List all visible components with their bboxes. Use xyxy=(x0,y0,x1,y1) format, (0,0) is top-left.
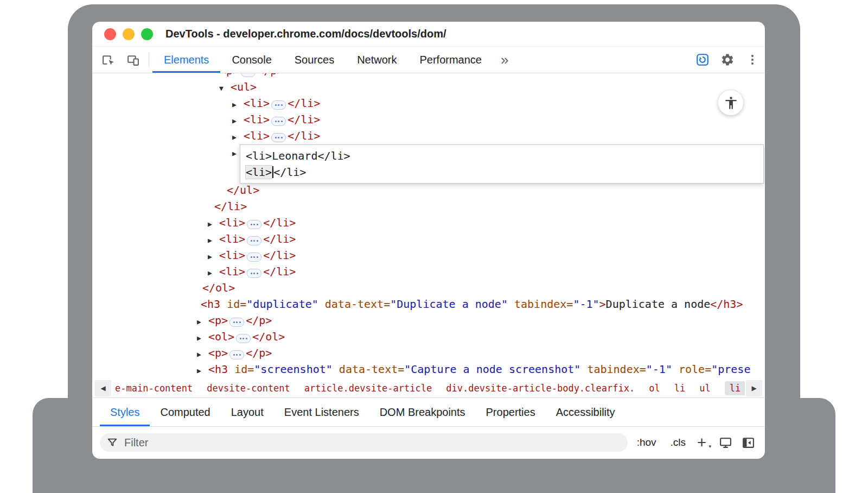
breadcrumb-item[interactable]: div.devsite-article-body.clearfix. xyxy=(446,383,635,394)
tab-sources[interactable]: Sources xyxy=(283,47,346,73)
settings-gear-icon[interactable] xyxy=(715,47,740,73)
breadcrumb-scroll-left-button[interactable]: ◀ xyxy=(95,380,111,396)
tree-row[interactable]: ▶<li></li> xyxy=(92,111,765,128)
minimize-button[interactable] xyxy=(123,28,135,40)
tree-row[interactable]: <p></p> xyxy=(92,73,765,79)
edit-as-html-box[interactable]: <li>Leonard</li> <li></li> xyxy=(240,144,764,184)
titlebar: DevTools - developer.chrome.com/docs/dev… xyxy=(92,22,765,47)
expand-arrow-icon[interactable]: ▶ xyxy=(197,330,208,346)
code-tag: <li> xyxy=(244,129,270,142)
code-val: "-1" xyxy=(573,298,599,311)
tree-row[interactable]: ▶<p></p> xyxy=(92,345,765,361)
expand-arrow-icon[interactable]: ▶ xyxy=(197,314,208,330)
code-tag: <p> xyxy=(220,73,239,77)
tab-console[interactable]: Console xyxy=(220,47,283,73)
tree-row[interactable]: <h3 id="duplicate" data-text="Duplicate … xyxy=(92,296,765,312)
code-tag: <ul> xyxy=(231,80,257,93)
ellipsis-expand-button[interactable] xyxy=(271,117,286,126)
sidebar-tab-event-listeners[interactable]: Event Listeners xyxy=(274,398,369,426)
ellipsis-expand-button[interactable] xyxy=(247,252,261,262)
breadcrumb-scroll-right-button[interactable]: ▶ xyxy=(746,380,762,396)
ellipsis-expand-button[interactable] xyxy=(236,334,251,343)
styles-filter-bar: Filter :hov .cls +▾ xyxy=(92,427,765,458)
tree-row[interactable]: ▶<h3 id="screenshot" data-text="Capture … xyxy=(92,361,765,377)
device-toolbar-icon[interactable] xyxy=(120,47,145,73)
expand-arrow-icon[interactable]: ▶ xyxy=(208,265,219,281)
breadcrumb-item[interactable]: ol xyxy=(649,383,660,394)
zoom-button[interactable] xyxy=(141,28,153,40)
expand-arrow-icon[interactable]: ▶ xyxy=(232,113,244,129)
ellipsis-expand-button[interactable] xyxy=(247,269,261,278)
ellipsis-expand-button[interactable] xyxy=(229,350,244,359)
expand-arrow-icon[interactable]: ▶ xyxy=(197,363,208,378)
sidebar-tab-properties[interactable]: Properties xyxy=(476,398,546,426)
tree-row[interactable]: ▶<li></li> xyxy=(92,247,765,263)
close-button[interactable] xyxy=(104,28,116,40)
tab-network[interactable]: Network xyxy=(346,47,408,73)
code-attr: data-text= xyxy=(318,298,390,311)
code-tag: <h3 xyxy=(208,363,228,376)
breadcrumb-item[interactable]: li xyxy=(674,383,685,394)
accessibility-overlay-button[interactable] xyxy=(718,90,743,115)
tree-row[interactable]: ▶<li></li> xyxy=(92,263,765,280)
tree-row[interactable]: ▶<li></li> xyxy=(92,214,765,231)
rendering-screen-icon[interactable] xyxy=(716,436,735,450)
breadcrumb-item[interactable]: li xyxy=(725,381,745,395)
expand-arrow-icon[interactable]: ▶ xyxy=(208,249,219,265)
ellipsis-expand-button[interactable] xyxy=(229,318,244,327)
tree-row[interactable]: ▶<li></li> xyxy=(92,231,765,247)
code-attr: id= xyxy=(228,363,254,376)
ellipsis-expand-button[interactable] xyxy=(241,73,256,77)
sidebar-tab-accessibility[interactable]: Accessibility xyxy=(546,398,626,426)
code-tag: <ol> xyxy=(208,330,234,343)
menu-kebab-icon[interactable] xyxy=(740,47,765,73)
toggle-element-class-button[interactable]: .cls xyxy=(671,437,686,448)
new-style-rule-button[interactable]: +▾ xyxy=(697,435,706,451)
breadcrumb-item[interactable]: ul xyxy=(699,383,710,394)
tree-row[interactable]: </ol> xyxy=(92,280,765,296)
plus-icon: + xyxy=(697,434,706,451)
more-tabs-button[interactable]: » xyxy=(493,47,516,73)
sync-icon[interactable] xyxy=(690,47,715,73)
breadcrumb: e-main-contentdevsite-contentarticle.dev… xyxy=(112,381,745,395)
expand-arrow-icon[interactable]: ▶ xyxy=(208,232,219,249)
tree-row[interactable]: </ul> xyxy=(92,182,765,198)
dom-tree: <p></p>▼<ul>▶<li></li>▶<li></li>▶<li></l… xyxy=(92,73,765,378)
expand-arrow-icon[interactable]: ▶ xyxy=(232,97,244,113)
ellipsis-expand-button[interactable] xyxy=(247,236,261,245)
tree-row[interactable]: </li> xyxy=(92,198,765,214)
expand-arrow-icon[interactable]: ▶ xyxy=(197,346,208,363)
ellipsis-expand-button[interactable] xyxy=(271,100,286,110)
panel-tab-strip: ElementsConsoleSourcesNetworkPerformance xyxy=(152,47,493,73)
ellipsis-expand-button[interactable] xyxy=(271,133,286,142)
sidebar-tab-layout[interactable]: Layout xyxy=(221,398,274,426)
inspect-element-icon[interactable] xyxy=(95,47,120,73)
toggle-hover-state-button[interactable]: :hov xyxy=(637,437,656,448)
dropdown-caret-icon: ▾ xyxy=(709,444,711,449)
code-val: "screenshot" xyxy=(254,363,333,376)
code-tag: </p> xyxy=(246,314,272,327)
kebab-icon xyxy=(746,53,759,66)
tree-row[interactable]: ▶<ol></ol> xyxy=(92,328,765,345)
dock-sidebar-icon[interactable] xyxy=(739,436,757,450)
square-refresh-icon xyxy=(695,53,710,67)
tab-elements[interactable]: Elements xyxy=(152,47,220,73)
tree-row[interactable]: ▼<ul> xyxy=(92,79,765,95)
breadcrumb-item[interactable]: e-main-content xyxy=(115,383,193,394)
sidebar-tab-dom-breakpoints[interactable]: DOM Breakpoints xyxy=(369,398,476,426)
sidebar-tab-computed[interactable]: Computed xyxy=(150,398,220,426)
expand-arrow-icon[interactable]: ▶ xyxy=(232,129,244,146)
tree-row[interactable]: ▶<p></p> xyxy=(92,312,765,328)
filter-input[interactable]: Filter xyxy=(100,433,628,452)
tree-row[interactable]: ▶<li></li> xyxy=(92,95,765,111)
tab-performance[interactable]: Performance xyxy=(409,47,494,73)
breadcrumb-item[interactable]: article.devsite-article xyxy=(304,383,432,394)
edit-line1-text: <li>Leonard</li> xyxy=(246,149,350,162)
breadcrumb-item[interactable]: devsite-content xyxy=(207,383,290,394)
tree-row[interactable]: ▶<li></li> xyxy=(92,128,765,144)
sidebar-tab-styles[interactable]: Styles xyxy=(100,398,150,426)
expand-arrow-icon[interactable]: ▶ xyxy=(208,216,219,232)
collapse-arrow-icon[interactable]: ▼ xyxy=(219,80,231,97)
ellipsis-expand-button[interactable] xyxy=(247,220,261,229)
code-tag: </ol> xyxy=(202,281,235,294)
